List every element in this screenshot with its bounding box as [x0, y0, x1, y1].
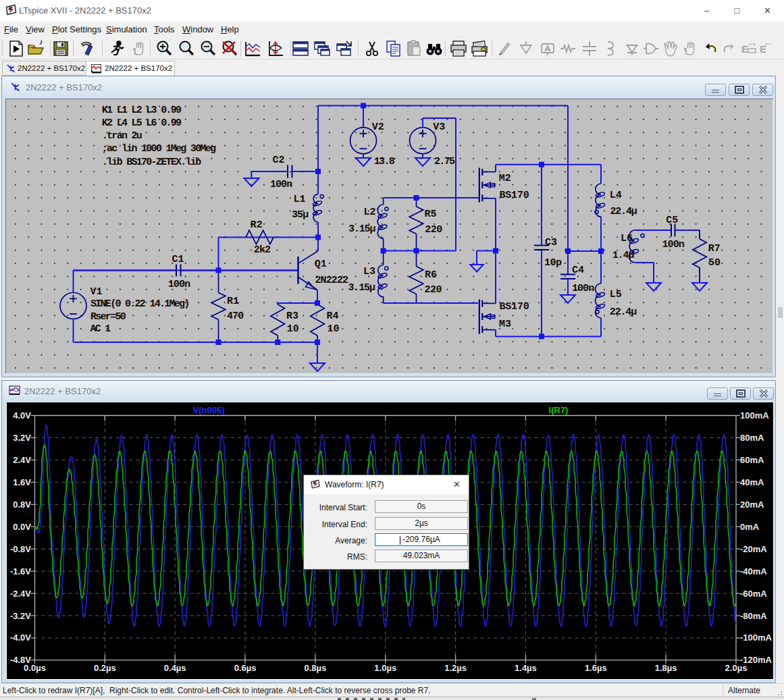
svg-text:-4.0V: -4.0V [10, 632, 31, 643]
svg-text:BS170: BS170 [499, 190, 529, 201]
svg-text:-20mA: -20mA [740, 544, 767, 554]
svg-text:-40mA: -40mA [740, 566, 767, 576]
svg-text:-60mA: -60mA [740, 589, 767, 599]
svg-text:M3: M3 [499, 319, 511, 330]
svg-text:100n: 100n [572, 283, 594, 294]
svg-text:C4: C4 [572, 265, 584, 276]
svg-text:10: 10 [287, 323, 299, 335]
svg-text:3.15µ: 3.15µ [348, 223, 376, 235]
svg-text:1.4µs: 1.4µs [515, 663, 537, 673]
svg-text:1.6V: 1.6V [13, 477, 31, 487]
svg-text:-100mA: -100mA [740, 632, 773, 643]
svg-text:2.0µs: 2.0µs [725, 663, 748, 673]
svg-text:C5: C5 [666, 215, 678, 226]
svg-text:.tran 2u: .tran 2u [102, 130, 142, 142]
svg-text:0mA: 0mA [740, 522, 760, 532]
svg-text:L3: L3 [363, 266, 375, 277]
svg-text:R3: R3 [286, 311, 298, 322]
svg-text:3.2V: 3.2V [13, 433, 31, 443]
svg-text:1.2µs: 1.2µs [444, 663, 467, 673]
svg-text:R6: R6 [425, 269, 437, 281]
svg-text:1.6µs: 1.6µs [585, 663, 607, 673]
svg-text:V(n006): V(n006) [193, 405, 225, 415]
svg-text:100mA: 100mA [740, 410, 769, 421]
svg-text:60mA: 60mA [740, 455, 764, 465]
svg-text:K2 L4 L5 L6 0.99: K2 L4 L5 L6 0.99 [102, 117, 182, 129]
svg-text:L1: L1 [293, 194, 305, 205]
svg-text:C2: C2 [272, 155, 284, 166]
svg-text:100n: 100n [270, 179, 292, 190]
svg-text:R7: R7 [708, 243, 721, 254]
svg-text:220: 220 [425, 224, 442, 236]
svg-text:K1 L1 L2 L3 0.99: K1 L1 L2 L3 0.99 [102, 105, 182, 116]
svg-text:0.0µs: 0.0µs [24, 663, 46, 673]
svg-text:4.0V: 4.0V [13, 410, 31, 421]
svg-text:0.8µs: 0.8µs [305, 663, 327, 673]
svg-text:L2: L2 [364, 207, 376, 218]
svg-text:20mA: 20mA [740, 500, 764, 510]
svg-text:2.75: 2.75 [434, 156, 455, 167]
svg-text:L4: L4 [610, 190, 622, 201]
svg-text:35µ: 35µ [292, 209, 309, 221]
svg-text:100n: 100n [168, 279, 190, 290]
svg-text:2N2222: 2N2222 [315, 275, 349, 286]
svg-text:2k2: 2k2 [254, 244, 271, 256]
svg-text:10: 10 [328, 323, 340, 335]
svg-text:1.0µs: 1.0µs [374, 663, 396, 673]
svg-text:80mA: 80mA [740, 433, 764, 443]
svg-text:V1: V1 [90, 286, 103, 298]
svg-text:BS170: BS170 [499, 301, 529, 313]
svg-text:100n: 100n [662, 239, 685, 250]
svg-text:V2: V2 [372, 122, 384, 133]
svg-text:V3: V3 [433, 122, 445, 133]
svg-text:13.8: 13.8 [374, 156, 395, 167]
svg-text:40mA: 40mA [740, 477, 764, 487]
svg-text:Q1: Q1 [315, 259, 327, 270]
svg-text:Rser=50: Rser=50 [90, 311, 126, 323]
svg-text:E: E [741, 43, 748, 55]
svg-text:I(R7): I(R7) [549, 405, 569, 415]
svg-text:-2.4V: -2.4V [10, 589, 31, 599]
svg-text:M2: M2 [499, 173, 511, 184]
svg-text:AC 1: AC 1 [90, 323, 111, 335]
svg-text:SINE(0 0.22 14.1Meg): SINE(0 0.22 14.1Meg) [90, 298, 189, 310]
svg-text:2.4V: 2.4V [13, 455, 31, 465]
svg-text:22.4µ: 22.4µ [610, 306, 637, 318]
svg-text:R5: R5 [425, 209, 437, 220]
svg-text:220: 220 [425, 284, 442, 296]
svg-text:0.4µs: 0.4µs [164, 663, 186, 673]
svg-text:R4: R4 [327, 311, 339, 322]
svg-text:22.4µ: 22.4µ [610, 206, 637, 217]
svg-text:L5: L5 [610, 289, 622, 300]
svg-text:0.2µs: 0.2µs [94, 663, 116, 673]
svg-text:;ac lin 1000 1Meg 30Meg: ;ac lin 1000 1Meg 30Meg [102, 143, 216, 155]
svg-text:C3: C3 [545, 237, 557, 248]
svg-text:-80mA: -80mA [740, 611, 767, 621]
svg-text:L6: L6 [621, 233, 633, 244]
svg-text:470: 470 [227, 311, 244, 322]
svg-text:1.8µs: 1.8µs [655, 663, 677, 673]
svg-text:0.0V: 0.0V [13, 522, 31, 532]
svg-text:3.15µ: 3.15µ [348, 282, 375, 294]
svg-text:-3.2V: -3.2V [10, 611, 31, 621]
svg-text:50: 50 [708, 257, 721, 269]
svg-text:C1: C1 [172, 254, 184, 265]
svg-text:-1.6V: -1.6V [10, 566, 31, 576]
svg-text:-0.8V: -0.8V [10, 544, 31, 554]
svg-text:R1: R1 [227, 296, 239, 307]
svg-text:0.6µs: 0.6µs [234, 663, 257, 673]
svg-text:0.8V: 0.8V [13, 500, 31, 510]
svg-text:10p: 10p [544, 257, 562, 269]
svg-text:R2: R2 [251, 219, 263, 231]
svg-text:.lib BS170-ZETEX.lib: .lib BS170-ZETEX.lib [102, 157, 201, 168]
svg-text:1.4µ: 1.4µ [612, 250, 635, 261]
